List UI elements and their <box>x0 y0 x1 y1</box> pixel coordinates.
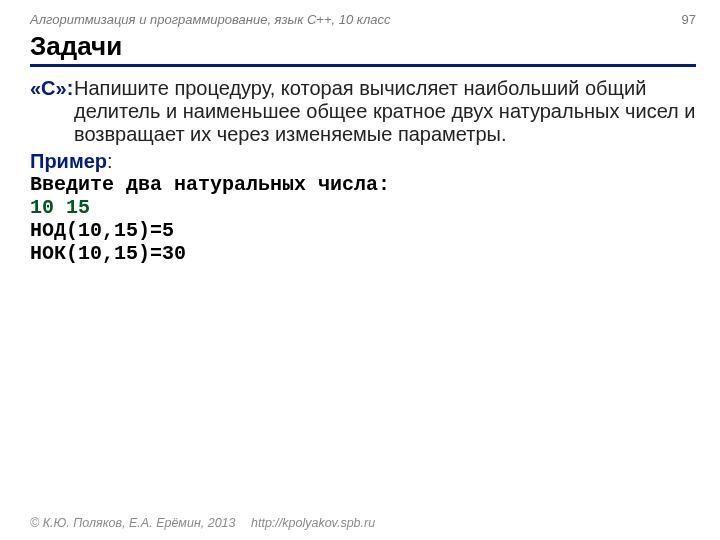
example-colon: : <box>107 150 113 172</box>
console-input: 10 15 <box>30 196 696 219</box>
example-row: Пример: <box>30 150 696 173</box>
task-text: Напишите процедуру, которая вычисляет на… <box>74 77 696 146</box>
console-out2: НОК(10,15)=30 <box>30 242 696 265</box>
footer-url: http://kpolyakov.spb.ru <box>251 516 375 530</box>
task-label: «C»: <box>30 77 73 99</box>
footer: © К.Ю. Поляков, Е.А. Ерёмин, 2013 http:/… <box>30 516 696 530</box>
slide-title: Задачи <box>30 31 696 67</box>
task-block: «C»: Напишите процедуру, которая вычисля… <box>30 77 696 146</box>
slide: Алгоритмизация и программирование, язык … <box>0 0 720 540</box>
console-out1: НОД(10,15)=5 <box>30 219 696 242</box>
content-area: «C»: Напишите процедуру, которая вычисля… <box>30 77 696 265</box>
page-number: 97 <box>682 12 696 27</box>
example-label: Пример <box>30 150 107 172</box>
course-header: Алгоритмизация и программирование, язык … <box>30 12 696 27</box>
console-prompt: Введите два натуральных числа: <box>30 173 696 196</box>
footer-copyright: © К.Ю. Поляков, Е.А. Ерёмин, 2013 <box>30 516 236 530</box>
